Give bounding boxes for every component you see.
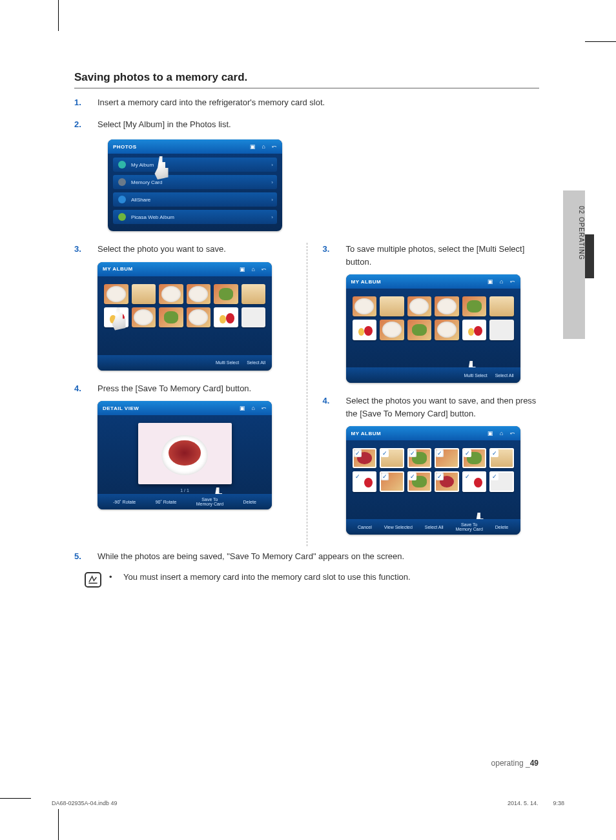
photo-thumb[interactable] xyxy=(353,296,377,316)
step-1: 1. Insert a memory card into the refrige… xyxy=(74,96,539,109)
photo-thumb[interactable] xyxy=(407,471,432,491)
home-icon[interactable]: ⌂ xyxy=(252,405,255,411)
multi-select-button[interactable]: Multi Select xyxy=(216,360,239,365)
step-number: 4. xyxy=(74,382,87,395)
photo-thumb[interactable] xyxy=(462,320,487,340)
side-tab: 02 OPERATING xyxy=(563,190,585,339)
list-item-my-album[interactable]: My Album › xyxy=(113,158,277,172)
delete-button[interactable]: Delete xyxy=(243,500,256,504)
select-all-button[interactable]: Select All xyxy=(425,525,444,529)
photo-thumb[interactable] xyxy=(380,471,404,491)
back-icon[interactable]: ⤺ xyxy=(262,266,267,272)
photo-thumb[interactable] xyxy=(407,320,432,340)
step-number: 5. xyxy=(74,550,87,563)
screenshot-footer: -90˚ Rotate 90˚ Rotate Save To Memory Ca… xyxy=(98,494,272,509)
rotate-left-button[interactable]: -90˚ Rotate xyxy=(113,500,136,504)
save-to-memory-button[interactable]: Save To Memory Card xyxy=(196,497,223,506)
footer-page-number: 49 xyxy=(530,759,539,768)
photo-thumb[interactable] xyxy=(214,307,238,327)
photo-thumb[interactable] xyxy=(462,471,487,491)
photo-thumb[interactable] xyxy=(380,296,404,316)
chevron-icon: › xyxy=(271,162,273,168)
select-all-button[interactable]: Select All xyxy=(495,373,514,378)
album-icon xyxy=(118,161,126,169)
photo-thumb[interactable] xyxy=(241,307,266,327)
photo-thumb[interactable] xyxy=(435,296,459,316)
photo-thumb[interactable] xyxy=(489,448,514,468)
photo-thumb[interactable] xyxy=(353,448,377,468)
picasa-icon xyxy=(118,213,126,221)
note-text: You must insert a memory card into the m… xyxy=(123,572,411,582)
step-2: 2. Select [My Album] in the Photos list. xyxy=(74,118,539,131)
screenshot-title: MY ALBUM xyxy=(351,431,382,436)
list-label: Memory Card xyxy=(131,179,162,185)
screenshot-header: PHOTOS ▣ ⌂ ⤺ xyxy=(108,139,282,154)
multi-select-button[interactable]: Multi Select xyxy=(464,373,488,378)
photo-thumb[interactable] xyxy=(132,284,156,304)
back-icon[interactable]: ⤺ xyxy=(510,430,515,436)
view-selected-button[interactable]: View Selected xyxy=(384,525,413,529)
photo-thumb[interactable] xyxy=(435,320,459,340)
save-icon[interactable]: ▣ xyxy=(488,278,493,285)
photo-thumb[interactable] xyxy=(187,284,211,304)
save-icon[interactable]: ▣ xyxy=(240,405,245,411)
photo-thumb[interactable] xyxy=(159,307,183,327)
right-column: 3. To save multiple photos, select the [… xyxy=(307,243,540,546)
photo-thumb[interactable] xyxy=(159,284,183,304)
photo-thumb[interactable] xyxy=(489,471,514,491)
back-icon[interactable]: ⤺ xyxy=(262,405,267,411)
list-item-allshare[interactable]: AllShare › xyxy=(113,192,277,207)
list-label: My Album xyxy=(131,162,154,168)
photo-thumb[interactable] xyxy=(489,320,514,340)
sd-icon xyxy=(118,178,126,186)
list-item-picasa[interactable]: Picasa Web Album › xyxy=(113,210,277,224)
step-text: Select [My Album] in the Photos list. xyxy=(98,118,231,131)
photo-thumb[interactable] xyxy=(489,296,514,316)
list-label: AllShare xyxy=(131,197,150,203)
photo-thumb[interactable] xyxy=(132,307,156,327)
photo-thumb[interactable] xyxy=(214,284,238,304)
back-icon[interactable]: ⤺ xyxy=(510,278,515,285)
screenshot-footer: Multi Select Select All xyxy=(98,355,272,371)
photo-thumb[interactable] xyxy=(435,448,459,468)
photo-thumb[interactable] xyxy=(380,320,404,340)
photo-thumb[interactable] xyxy=(353,320,377,340)
screenshot-title: MY ALBUM xyxy=(103,266,133,272)
home-icon[interactable]: ⌂ xyxy=(500,430,503,436)
note-row: • You must insert a memory card into the… xyxy=(85,572,539,588)
photo-thumb[interactable] xyxy=(462,296,487,316)
photo-thumb[interactable] xyxy=(435,471,459,491)
back-icon[interactable]: ⤺ xyxy=(272,143,277,150)
save-icon[interactable]: ▣ xyxy=(488,430,493,436)
step-text: Select the photos you want to save, and … xyxy=(346,394,540,420)
save-icon[interactable]: ▣ xyxy=(240,266,245,272)
footer-label: operating _ xyxy=(491,759,530,768)
cursor-hand-icon xyxy=(109,307,128,331)
step-number: 1. xyxy=(74,96,87,109)
select-all-button[interactable]: Select All xyxy=(247,360,265,365)
step-5: 5. While the photos are being saved, "Sa… xyxy=(74,550,539,563)
detail-photo[interactable] xyxy=(138,423,232,484)
step-text: While the photos are being saved, "Save … xyxy=(98,550,404,563)
photo-thumb[interactable] xyxy=(407,448,432,468)
step-text: Insert a memory card into the refrigerat… xyxy=(98,96,325,109)
photo-thumb[interactable] xyxy=(104,284,128,304)
home-icon[interactable]: ⌂ xyxy=(262,143,265,150)
photo-thumb[interactable] xyxy=(407,296,432,316)
photo-thumb[interactable] xyxy=(353,471,377,491)
section-title: Saving photos to a memory card. xyxy=(74,71,539,88)
chevron-icon: › xyxy=(271,197,273,203)
save-icon[interactable]: ▣ xyxy=(250,143,256,150)
cancel-button[interactable]: Cancel xyxy=(358,525,372,529)
home-icon[interactable]: ⌂ xyxy=(252,266,255,272)
rotate-right-button[interactable]: 90˚ Rotate xyxy=(156,500,177,504)
photo-thumb[interactable] xyxy=(241,284,266,304)
page-content: Saving photos to a memory card. 1. Inser… xyxy=(74,71,539,588)
photo-thumb[interactable] xyxy=(380,448,404,468)
home-icon[interactable]: ⌂ xyxy=(500,278,503,285)
list-item-memory-card[interactable]: Memory Card › xyxy=(113,175,277,189)
photo-thumb[interactable] xyxy=(462,448,487,468)
delete-button[interactable]: Delete xyxy=(495,525,508,529)
photo-thumb[interactable] xyxy=(187,307,211,327)
save-to-memory-button[interactable]: Save To Memory Card xyxy=(456,522,483,531)
